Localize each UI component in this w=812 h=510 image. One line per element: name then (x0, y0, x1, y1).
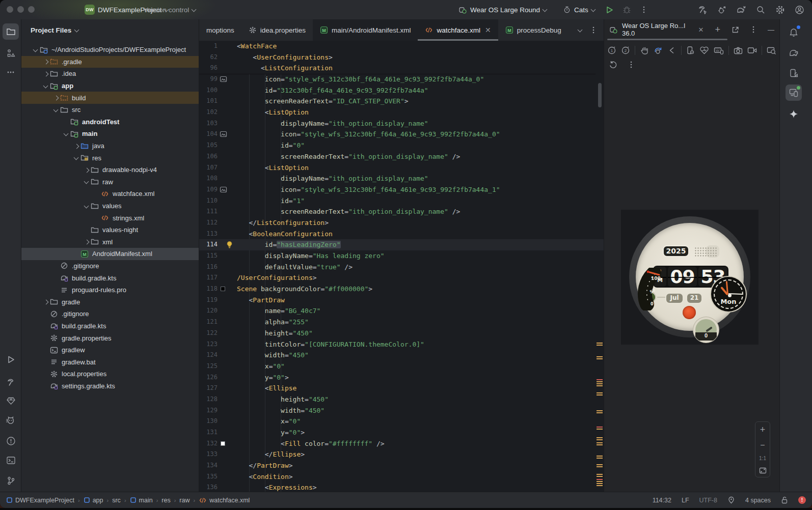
chevron-expanded-icon[interactable] (83, 178, 91, 186)
line-separator[interactable]: LF (682, 497, 689, 504)
add-device-tab-icon[interactable]: + (715, 24, 720, 35)
code-line-125[interactable]: 125 x="0" (199, 361, 604, 372)
code-line-1[interactable]: 1<WatchFace (199, 41, 596, 52)
zoom-fit-button[interactable] (759, 467, 767, 474)
error-stripe-mark[interactable] (597, 379, 603, 382)
code-line-130[interactable]: 130 x="0" (199, 416, 604, 427)
editor-tab-idea.properties[interactable]: idea.properties (241, 19, 313, 41)
warning-stripe-mark[interactable] (597, 410, 603, 413)
code-line-111[interactable]: 111 screenReaderText="ith_option_display… (199, 206, 604, 217)
tree-item-androidmanifest.xml[interactable]: MAndroidManifest.xml (21, 248, 199, 260)
tree-item-raw[interactable]: raw (21, 176, 199, 188)
code-line-132[interactable]: 132 <Fill color="#ffffffff" /> (199, 438, 604, 449)
analyzer-error-badge[interactable]: ! (798, 496, 806, 504)
editor-tab-main-androidmanifest.xml[interactable]: Mmain/AndroidManifest.xml (313, 19, 418, 41)
tree-item-androidtest[interactable]: androidTest (21, 116, 199, 128)
warning-stripe-mark[interactable] (597, 437, 603, 440)
error-stripe-mark[interactable] (597, 479, 603, 482)
code-line-100[interactable]: 100 id="312c30bf_f64a_461e_9c93_992f2fb7… (199, 85, 604, 96)
code-line-106[interactable]: 106 screenReaderText="ith_option_display… (199, 151, 604, 162)
warning-stripe-mark[interactable] (597, 392, 603, 395)
tree-item-.idea[interactable]: .idea (21, 68, 199, 80)
image-preview-gutter-icon[interactable] (220, 186, 227, 193)
screenshot-zoom-button[interactable] (767, 45, 776, 56)
tree-item-androidstudioprojectsdwfexampleproject[interactable]: ~/AndroidStudioProjects/DWFExampleProjec… (21, 44, 199, 56)
caret-position[interactable]: 114:32 (653, 497, 671, 504)
warning-stripe-mark[interactable] (597, 474, 603, 477)
warning-stripe-mark[interactable] (597, 464, 603, 467)
running-device-tab-title[interactable]: Wear OS Large Ro...l 36.0 (622, 22, 694, 37)
tree-item-app[interactable]: app (21, 80, 199, 92)
tree-item-gradle[interactable]: gradle (21, 296, 199, 308)
gem-button[interactable] (3, 392, 19, 409)
tree-item-.gradle[interactable]: .gradle (21, 56, 199, 68)
zoom-in-button[interactable]: + (760, 424, 766, 435)
chevron-collapsed-icon[interactable] (72, 142, 80, 150)
chevron-expanded-icon[interactable] (42, 82, 50, 90)
camera-button[interactable] (734, 45, 743, 56)
lock-icon[interactable] (781, 496, 788, 504)
tree-item-proguard-rules.pro[interactable]: proguard-rules.pro (21, 284, 199, 296)
code-line-62[interactable]: 62 <UserConfigurations> (199, 52, 596, 63)
code-line-135[interactable]: 135 <Condition> (199, 471, 604, 483)
tag-icon[interactable] (727, 496, 735, 504)
git-branch-button[interactable] (3, 472, 19, 489)
chevron-expanded-icon[interactable] (83, 202, 91, 210)
tree-item-build[interactable]: build (21, 92, 199, 104)
run-play-button[interactable] (3, 351, 19, 367)
search-button[interactable] (755, 4, 766, 15)
code-line-126[interactable]: 126 y="0"> (199, 372, 604, 383)
profiler-bug-button[interactable] (716, 4, 727, 15)
kebab-icon[interactable] (589, 26, 598, 34)
chevron-collapsed-icon[interactable] (83, 166, 91, 174)
chevron-collapsed-icon[interactable] (42, 298, 50, 306)
chevron-down-icon[interactable] (578, 27, 582, 31)
project-view-header[interactable]: Project Files (21, 19, 199, 41)
window-close-button[interactable] (7, 6, 13, 13)
button-2-button[interactable]: 2 (621, 45, 630, 56)
tree-item-watchface.xml[interactable]: watchface.xml (21, 188, 199, 200)
breadcrumb-item-src[interactable]: src (112, 497, 121, 504)
tree-item-values[interactable]: values (21, 200, 199, 212)
warning-stripe-mark[interactable] (597, 483, 603, 486)
tree-item-gradle.properties[interactable]: gradle.properties (21, 332, 199, 344)
more-horizontal-button[interactable] (3, 64, 19, 80)
chevron-expanded-icon[interactable] (52, 106, 60, 114)
warning-stripe-mark[interactable] (597, 343, 603, 346)
code-line-107[interactable]: 107 <ListOption (199, 162, 604, 174)
error-stripe[interactable] (596, 41, 604, 492)
editor-tab-watchface.xml[interactable]: watchface.xml✕ (418, 19, 498, 41)
chevron-collapsed-icon[interactable] (42, 58, 50, 66)
code-line-118[interactable]: 118Scene backgroundColor="#ff000000"> (199, 284, 604, 295)
emulator-display[interactable]: 2025 P M 09 53 Jul 21 (621, 210, 759, 345)
code-line-99[interactable]: 99 icon="style_wfs_312c30bf_f64a_461e_9c… (199, 74, 604, 85)
logcat-cat-button[interactable] (3, 412, 19, 429)
code-line-124[interactable]: 124 width="450" (199, 350, 604, 361)
image-preview-gutter-icon[interactable] (220, 130, 227, 138)
breadcrumb-item-dwfexampleproject[interactable]: DWFExampleProject (6, 497, 74, 504)
debug-button[interactable] (622, 0, 631, 19)
code-line-109[interactable]: 109 icon="style_wfs_312c30bf_f64a_461e_9… (199, 184, 604, 195)
zoom-out-button[interactable]: − (760, 441, 765, 450)
chevron-collapsed-icon[interactable] (52, 94, 60, 102)
code-line-120[interactable]: 120 name="BG_40c7" (199, 305, 604, 317)
breadcrumb-item-res[interactable]: res (161, 497, 170, 504)
build-hammer-button[interactable] (697, 4, 708, 15)
tree-item-values-night[interactable]: values-night (21, 224, 199, 236)
editor-scrollbar[interactable] (598, 83, 602, 107)
running-devices-button[interactable] (786, 84, 802, 101)
window-minimize-button[interactable] (17, 6, 24, 13)
warning-stripe-mark[interactable] (597, 356, 603, 359)
breadcrumb-item-main[interactable]: main (130, 497, 153, 504)
indent-setting[interactable]: 4 spaces (745, 497, 771, 504)
tree-item-strings.xml[interactable]: strings.xml (21, 212, 199, 224)
hide-panel-icon[interactable]: — (768, 26, 774, 34)
project-folder-button[interactable] (3, 23, 19, 40)
code-line-119[interactable]: 119 <PartDraw (199, 295, 604, 306)
notifications-button[interactable] (786, 24, 802, 41)
tree-item-build.gradle.kts[interactable]: build.gradle.kts (21, 320, 199, 332)
tree-item-build.gradle.kts[interactable]: build.gradle.kts (21, 272, 199, 284)
code-line-96[interactable]: 96 <ListConfiguration (199, 63, 596, 74)
zoom-actual-size-button[interactable]: 1:1 (759, 456, 766, 461)
tree-item-drawable-nodpi-v4[interactable]: drawable-nodpi-v4 (21, 164, 199, 176)
